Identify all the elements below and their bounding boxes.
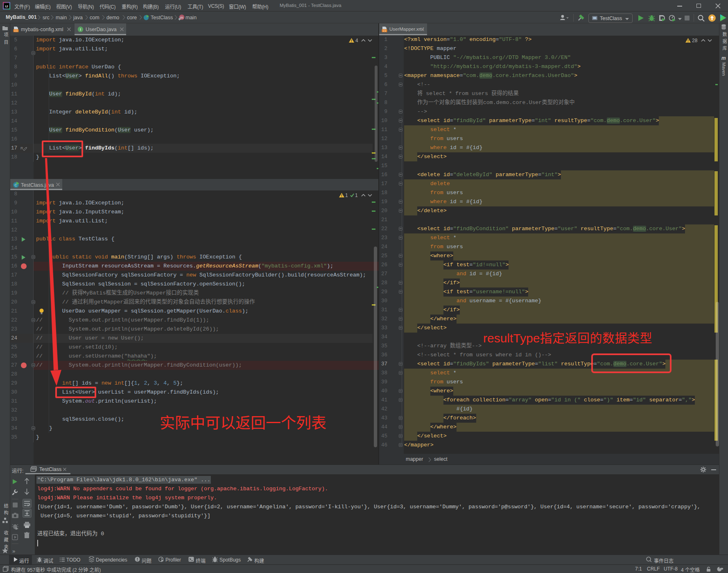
svg-text:I: I xyxy=(80,27,81,32)
svg-text:<>: <> xyxy=(14,29,18,33)
svg-text:R: R xyxy=(20,146,23,150)
svg-text:IJ: IJ xyxy=(5,5,8,8)
svg-text:C: C xyxy=(14,183,17,187)
svg-text:<>: <> xyxy=(382,29,387,33)
